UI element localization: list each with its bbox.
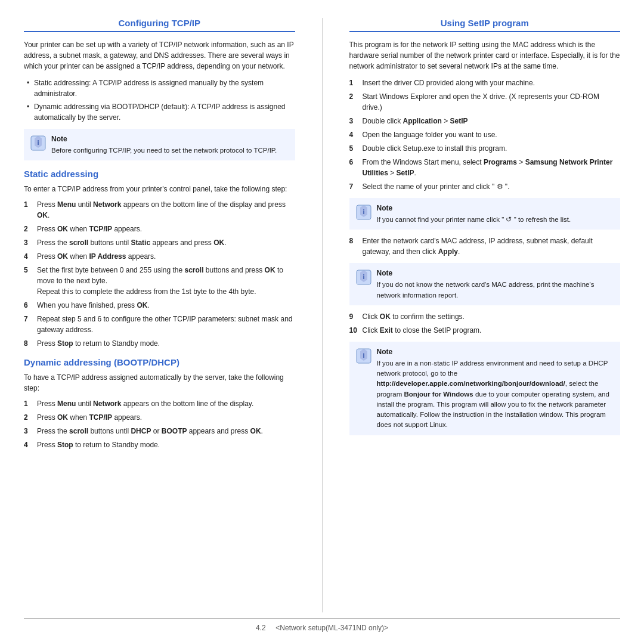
dynamic-section-title: Dynamic addressing (BOOTP/DHCP) — [24, 357, 295, 367]
note-4-content: Note If you are in a non-static IP addre… — [377, 346, 615, 431]
page: Configuring TCP/IP Your printer can be s… — [0, 0, 644, 644]
svg-text:i: i — [363, 208, 364, 215]
note-2-text: If you cannot find your printer name cli… — [377, 216, 571, 223]
note-4-label: Note — [377, 346, 615, 357]
setip-steps-3: 9 Click OK to confirm the settings. 10 C… — [349, 311, 621, 336]
dynamic-steps-list: 1 Press Menu until Network appears on th… — [24, 398, 295, 450]
static-step-7: 7 Repeat step 5 and 6 to configure the o… — [24, 314, 295, 335]
static-step-4: 4 Press OK when IP Address appears. — [24, 251, 295, 262]
note-1-text: Before configuring TCP/IP, you need to s… — [51, 147, 277, 154]
note-1-label: Note — [51, 134, 277, 144]
setip-step-5: 5 Double click Setup.exe to install this… — [349, 143, 621, 154]
note-icon-3: i — [355, 269, 372, 286]
note-1-content: Note Before configuring TCP/IP, you need… — [51, 134, 277, 156]
left-section-title: Configuring TCP/IP — [24, 18, 295, 32]
note-icon-4: i — [355, 348, 372, 364]
static-intro: To enter a TCP/IP address from your prin… — [24, 184, 295, 194]
page-footer: 4.2 <Network setup(ML-3471ND only)> — [24, 618, 620, 632]
right-intro: This program is for the network IP setti… — [349, 39, 621, 72]
right-section-title: Using SetIP program — [349, 18, 621, 32]
setip-step-9: 9 Click OK to confirm the settings. — [349, 311, 621, 322]
dynamic-step-1: 1 Press Menu until Network appears on th… — [24, 398, 295, 409]
setip-steps-2: 8 Enter the network card's MAC address, … — [349, 236, 621, 257]
note-box-2: i Note If you cannot find your printer n… — [349, 198, 621, 230]
setip-step-8: 8 Enter the network card's MAC address, … — [349, 236, 621, 257]
setip-steps-1: 1 Insert the driver CD provided along wi… — [349, 78, 621, 192]
left-intro: Your printer can be set up with a variet… — [24, 39, 295, 72]
note-3-content: Note If you do not know the network card… — [377, 268, 615, 301]
setip-step-3: 3 Double click Application > SetIP — [349, 116, 621, 126]
bullet-item: Dynamic addressing via BOOTP/DHCP (defau… — [27, 101, 295, 123]
svg-text:i: i — [363, 352, 364, 359]
setip-step-7: 7 Select the name of your printer and cl… — [349, 181, 621, 192]
svg-text:i: i — [37, 139, 39, 146]
static-step-6: 6 When you have finished, press OK. — [24, 300, 295, 311]
note-3-label: Note — [377, 268, 615, 278]
note-box-1: i Note Before configuring TCP/IP, you ne… — [24, 129, 295, 160]
svg-text:i: i — [363, 273, 364, 280]
right-column: Using SetIP program This program is for … — [340, 18, 621, 612]
static-step-8: 8 Press Stop to return to Standby mode. — [24, 338, 295, 349]
bullet-item: Static addressing: A TCP/IP address is a… — [27, 78, 295, 99]
setip-step-6: 6 From the Windows Start menu, select Pr… — [349, 157, 621, 178]
note-3-text: If you do not know the network card's MA… — [377, 281, 595, 298]
static-step-3: 3 Press the scroll buttons until Static … — [24, 237, 295, 248]
content-columns: Configuring TCP/IP Your printer can be s… — [24, 18, 620, 612]
static-steps-list: 1 Press Menu until Network appears on th… — [24, 199, 295, 349]
static-step-5: 5 Set the first byte between 0 and 255 u… — [24, 265, 295, 297]
bullet-list: Static addressing: A TCP/IP address is a… — [24, 78, 295, 123]
note-icon-2: i — [355, 204, 372, 221]
column-divider — [322, 18, 323, 612]
note-4-text: If you are in a non-static IP address en… — [377, 360, 609, 429]
note-2-content: Note If you cannot find your printer nam… — [377, 203, 571, 225]
note-icon-1: i — [30, 135, 47, 151]
dynamic-step-4: 4 Press Stop to return to Standby mode. — [24, 439, 295, 450]
setip-step-4: 4 Open the language folder you want to u… — [349, 129, 621, 140]
note-box-3: i Note If you do not know the network ca… — [349, 263, 621, 305]
dynamic-step-3: 3 Press the scroll buttons until DHCP or… — [24, 426, 295, 436]
dynamic-step-2: 2 Press OK when TCP/IP appears. — [24, 412, 295, 423]
static-step-2: 2 Press OK when TCP/IP appears. — [24, 224, 295, 234]
left-column: Configuring TCP/IP Your printer can be s… — [24, 18, 304, 612]
footer-caption: <Network setup(ML-3471ND only)> — [275, 624, 388, 632]
dynamic-intro: To have a TCP/IP address assigned automa… — [24, 372, 295, 394]
note-box-4: i Note If you are in a non-static IP add… — [349, 342, 621, 435]
setip-step-10: 10 Click Exit to close the SetIP program… — [349, 325, 621, 336]
static-step-1: 1 Press Menu until Network appears on th… — [24, 199, 295, 221]
page-number: 4.2 — [256, 624, 266, 632]
setip-step-2: 2 Start Windows Explorer and open the X … — [349, 91, 621, 113]
note-2-label: Note — [377, 203, 571, 213]
setip-step-1: 1 Insert the driver CD provided along wi… — [349, 78, 621, 88]
static-section-title: Static addressing — [24, 169, 295, 179]
